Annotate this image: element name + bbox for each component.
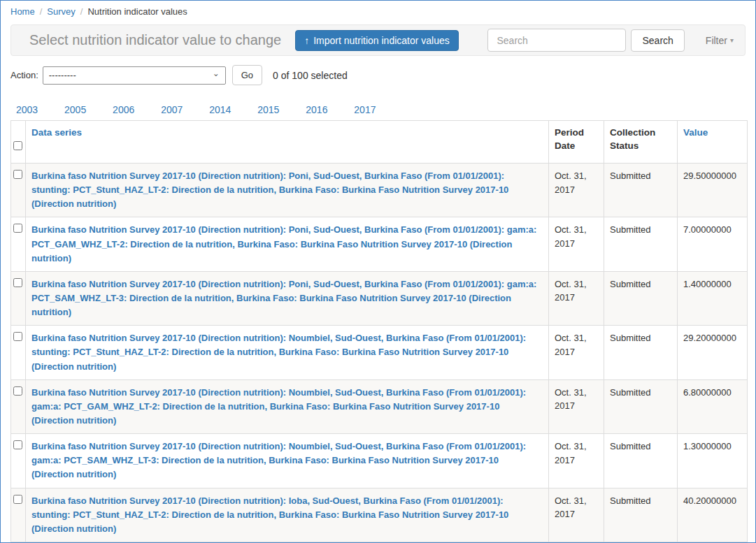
filter-label: Filter bbox=[706, 35, 727, 46]
value-cell: 6.80000000 bbox=[678, 379, 748, 433]
period-date-cell: Oct. 31, 2017 bbox=[549, 164, 604, 217]
value-cell: 7.00000000 bbox=[678, 217, 748, 271]
year-filter-link[interactable]: 2006 bbox=[113, 104, 134, 115]
filter-dropdown-toggle[interactable]: Filter ▾ bbox=[706, 35, 734, 46]
upload-arrow-icon: ↑ bbox=[304, 35, 309, 46]
value-cell: 40.20000000 bbox=[678, 488, 748, 542]
selection-status: 0 of 100 selected bbox=[273, 70, 348, 81]
breadcrumb-current: Nutrition indicator values bbox=[87, 6, 187, 17]
results-table: Data series Period Date Collection Statu… bbox=[10, 120, 748, 543]
period-date-cell: Oct. 31, 2017 bbox=[549, 271, 604, 325]
collection-status-cell: Submitted bbox=[604, 326, 678, 379]
collection-status-cell: Submitted bbox=[604, 434, 678, 488]
data-series-link[interactable]: Burkina faso Nutrition Survey 2017-10 (D… bbox=[31, 223, 543, 265]
go-button[interactable]: Go bbox=[232, 65, 262, 85]
data-series-link[interactable]: Burkina faso Nutrition Survey 2017-10 (D… bbox=[31, 494, 543, 536]
table-row: Burkina faso Nutrition Survey 2017-10 (D… bbox=[11, 326, 748, 379]
breadcrumb-separator: / bbox=[80, 6, 83, 17]
breadcrumb: Home/Survey/Nutrition indicator values bbox=[1, 1, 755, 17]
year-filter-link[interactable]: 2007 bbox=[161, 104, 183, 115]
table-row: Burkina faso Nutrition Survey 2017-10 (D… bbox=[11, 271, 748, 325]
action-label: Action: bbox=[10, 70, 38, 80]
row-checkbox[interactable] bbox=[13, 332, 22, 341]
table-row: Burkina faso Nutrition Survey 2017-10 (D… bbox=[11, 164, 748, 217]
collection-status-cell: Submitted bbox=[604, 164, 678, 217]
data-series-link[interactable]: Burkina faso Nutrition Survey 2017-10 (D… bbox=[31, 440, 543, 482]
collection-status-cell: Submitted bbox=[604, 488, 678, 542]
data-series-link[interactable]: Burkina faso Nutrition Survey 2017-10 (D… bbox=[31, 169, 543, 211]
breadcrumb-home-link[interactable]: Home bbox=[10, 6, 35, 17]
value-cell: 1.40000000 bbox=[678, 271, 748, 325]
period-date-cell: Oct. 31, 2017 bbox=[549, 379, 604, 433]
select-all-checkbox[interactable] bbox=[13, 141, 22, 150]
action-select-wrap: --------- ⌄ bbox=[43, 66, 226, 85]
period-date-cell: Oct. 31, 2017 bbox=[549, 217, 604, 271]
value-cell: 29.20000000 bbox=[678, 326, 748, 379]
table-header: Data series Period Date Collection Statu… bbox=[11, 121, 748, 164]
row-checkbox[interactable] bbox=[13, 495, 22, 504]
year-filter-link[interactable]: 2017 bbox=[354, 104, 376, 115]
collection-status-cell: Submitted bbox=[604, 217, 678, 271]
value-cell: 29.50000000 bbox=[678, 164, 748, 217]
row-checkbox[interactable] bbox=[13, 440, 22, 449]
period-date-cell: Oct. 31, 2017 bbox=[549, 488, 604, 542]
data-series-link[interactable]: Burkina faso Nutrition Survey 2017-10 (D… bbox=[31, 331, 543, 373]
import-button-label: Import nutrition indicator values bbox=[313, 35, 450, 46]
caret-down-icon: ▾ bbox=[730, 36, 734, 44]
period-date-cell: Oct. 31, 2017 bbox=[549, 434, 604, 488]
table-body: Burkina faso Nutrition Survey 2017-10 (D… bbox=[11, 164, 748, 543]
data-series-link[interactable]: Burkina faso Nutrition Survey 2017-10 (D… bbox=[31, 386, 543, 428]
toolbar: Select nutrition indicator value to chan… bbox=[10, 24, 746, 56]
year-filter-link[interactable]: 2015 bbox=[257, 104, 279, 115]
row-checkbox[interactable] bbox=[13, 386, 22, 396]
year-filter-link[interactable]: 2016 bbox=[306, 104, 327, 115]
row-checkbox[interactable] bbox=[13, 224, 22, 233]
collection-status-cell: Submitted bbox=[604, 379, 678, 433]
changelist-page: Home/Survey/Nutrition indicator values S… bbox=[0, 0, 756, 543]
search-input[interactable] bbox=[487, 29, 626, 52]
table-row: Burkina faso Nutrition Survey 2017-10 (D… bbox=[11, 217, 748, 271]
period-date-cell: Oct. 31, 2017 bbox=[549, 326, 604, 379]
table-row: Burkina faso Nutrition Survey 2017-10 (D… bbox=[11, 434, 748, 488]
column-header-collection-status: Collection Status bbox=[604, 121, 678, 164]
action-select[interactable]: --------- bbox=[43, 66, 226, 85]
table-row: Burkina faso Nutrition Survey 2017-10 (D… bbox=[11, 488, 748, 542]
year-filter-link[interactable]: 2014 bbox=[209, 104, 231, 115]
value-cell: 1.30000000 bbox=[678, 434, 748, 488]
year-filter-link[interactable]: 2003 bbox=[16, 104, 38, 115]
import-nutrition-values-button[interactable]: ↑ Import nutrition indicator values bbox=[295, 30, 459, 51]
collection-status-cell: Submitted bbox=[604, 271, 678, 325]
search-button[interactable]: Search bbox=[631, 29, 684, 52]
table-row: Burkina faso Nutrition Survey 2017-10 (D… bbox=[11, 379, 748, 433]
breadcrumb-survey-link[interactable]: Survey bbox=[47, 6, 75, 17]
data-series-link[interactable]: Burkina faso Nutrition Survey 2017-10 (D… bbox=[31, 277, 543, 319]
breadcrumb-separator: / bbox=[40, 6, 43, 17]
column-header-data-series[interactable]: Data series bbox=[31, 127, 82, 138]
column-header-value[interactable]: Value bbox=[683, 127, 708, 138]
row-checkbox[interactable] bbox=[13, 170, 22, 179]
page-title: Select nutrition indicator value to chan… bbox=[29, 32, 281, 48]
column-header-period-date: Period Date bbox=[549, 121, 604, 164]
date-hierarchy: 2003 2005 2006 2007 2014 2015 2016 2017 bbox=[16, 104, 746, 115]
row-checkbox[interactable] bbox=[13, 278, 22, 287]
year-filter-link[interactable]: 2005 bbox=[64, 104, 86, 115]
action-bar: Action: --------- ⌄ Go 0 of 100 selected bbox=[10, 65, 746, 85]
